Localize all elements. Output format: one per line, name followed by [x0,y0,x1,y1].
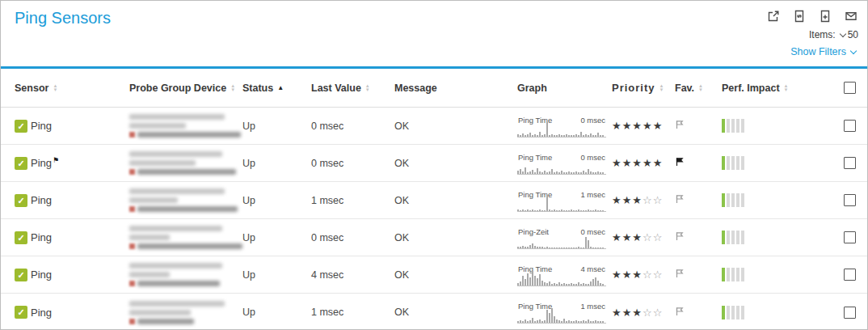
row-checkbox[interactable] [844,231,856,243]
email-icon[interactable] [844,9,858,23]
sensor-name-link[interactable]: Ping [31,120,52,132]
table-row: ✓ Ping ⚑ Up 0 msec OK Ping Time 0 msec ★… [1,108,867,145]
sensor-name-link[interactable]: Ping [31,157,52,169]
column-header-priority[interactable]: Priority▲▼ [612,82,675,94]
star-filled-icon[interactable]: ★ [632,194,643,206]
column-header-fav[interactable]: Fav.▲▼ [675,82,722,94]
favorite-flag-icon[interactable] [675,269,685,278]
star-filled-icon[interactable]: ★ [632,157,643,169]
star-filled-icon[interactable]: ★ [643,157,653,169]
status-cell[interactable]: Up [242,158,311,169]
probe-group-device-cell[interactable] [129,148,242,178]
items-per-page-control[interactable]: Items: 50 [809,29,858,40]
mini-graph[interactable]: Ping Time 4 msec [517,264,606,286]
star-filled-icon[interactable]: ★ [612,269,622,281]
star-filled-icon[interactable]: ★ [632,231,643,243]
select-all-checkbox[interactable] [844,82,856,94]
status-cell[interactable]: Up [242,195,311,206]
star-empty-icon[interactable]: ☆ [653,307,664,319]
status-cell[interactable]: Up [242,121,311,132]
column-header-sensor[interactable]: Sensor▲▼ [15,82,129,94]
priority-stars[interactable]: ★★★★★ [612,120,675,132]
star-filled-icon[interactable]: ★ [622,120,633,132]
row-checkbox[interactable] [844,157,856,169]
star-filled-icon[interactable]: ★ [643,120,653,132]
redacted-device-icon [129,319,135,324]
show-filters-link[interactable]: Show Filters [790,46,858,57]
star-empty-icon[interactable]: ☆ [643,269,653,281]
mini-graph[interactable]: Ping Time 0 msec [517,152,606,175]
row-checkbox[interactable] [844,120,856,132]
status-cell[interactable]: Up [242,307,311,318]
star-filled-icon[interactable]: ★ [622,157,633,169]
perf-impact-cell [722,268,838,281]
sensor-name-link[interactable]: Ping [31,194,52,206]
priority-stars[interactable]: ★★★☆☆ [612,194,675,206]
star-empty-icon[interactable]: ☆ [643,194,653,206]
status-cell[interactable]: Up [242,269,311,281]
column-header-device[interactable]: Probe Group Device▲▼ [129,82,242,94]
priority-stars[interactable]: ★★★☆☆ [612,269,675,281]
favorite-flag-icon[interactable] [675,157,685,167]
star-empty-icon[interactable]: ☆ [643,231,653,243]
row-checkbox[interactable] [844,269,856,281]
priority-stars[interactable]: ★★★☆☆ [612,307,675,319]
mini-graph[interactable]: Ping Time 0 msec [517,115,606,138]
star-empty-icon[interactable]: ☆ [653,194,664,206]
star-filled-icon[interactable]: ★ [612,157,622,169]
select-cell [838,307,867,319]
message-cell: OK [394,195,517,206]
mini-graph[interactable]: Ping Time 1 msec [517,301,606,324]
star-empty-icon[interactable]: ☆ [653,231,664,243]
probe-group-device-cell[interactable] [129,298,242,328]
redacted-device-name [137,243,242,249]
column-header-value[interactable]: Last Value▲▼ [311,82,394,94]
star-filled-icon[interactable]: ★ [612,120,622,132]
row-checkbox[interactable] [844,307,856,319]
star-empty-icon[interactable]: ☆ [643,307,653,319]
status-cell[interactable]: Up [242,232,311,243]
star-filled-icon[interactable]: ★ [622,269,633,281]
column-header-select[interactable] [838,82,867,94]
message-cell: OK [394,269,517,281]
star-filled-icon[interactable]: ★ [632,269,643,281]
favorite-flag-icon[interactable] [675,120,685,129]
column-header-message: Message [394,82,517,94]
star-filled-icon[interactable]: ★ [612,231,622,243]
priority-stars[interactable]: ★★★★★ [612,157,675,169]
star-filled-icon[interactable]: ★ [653,157,664,169]
perf-impact-cell [722,306,838,319]
probe-group-device-cell[interactable] [129,222,242,252]
probe-group-device-cell[interactable] [129,111,242,141]
probe-group-device-cell[interactable] [129,260,242,290]
star-filled-icon[interactable]: ★ [632,307,643,319]
column-header-perf[interactable]: Perf. Impact▲▼ [722,82,838,94]
sensor-up-icon: ✓ [15,306,27,319]
star-filled-icon[interactable]: ★ [612,307,622,319]
favorite-flag-icon[interactable] [675,231,685,241]
header-controls: Items: 50 Show Filters [766,9,858,57]
sensor-name-link[interactable]: Ping [31,307,52,319]
open-in-new-window-icon[interactable] [766,9,781,23]
sensor-name-link[interactable]: Ping [31,269,52,281]
mini-graph[interactable]: Ping-Zeit 0 msec [517,226,606,249]
probe-group-device-cell[interactable] [129,185,242,215]
star-filled-icon[interactable]: ★ [632,120,643,132]
star-empty-icon[interactable]: ☆ [653,269,664,281]
mini-graph[interactable]: Ping Time 1 msec [517,189,606,212]
row-checkbox[interactable] [844,194,856,206]
column-header-status[interactable]: Status▲ [242,82,311,94]
add-report-icon[interactable] [818,9,832,23]
star-filled-icon[interactable]: ★ [622,194,633,206]
priority-stars[interactable]: ★★★☆☆ [612,231,675,243]
page-title: Ping Sensors [1,1,867,28]
star-filled-icon[interactable]: ★ [622,231,633,243]
sensor-name-link[interactable]: Ping [31,231,52,243]
star-filled-icon[interactable]: ★ [653,120,664,132]
export-xml-icon[interactable] [792,9,807,23]
column-label: Last Value [311,82,361,94]
star-filled-icon[interactable]: ★ [612,194,622,206]
star-filled-icon[interactable]: ★ [622,307,633,319]
favorite-flag-icon[interactable] [675,307,685,316]
favorite-flag-icon[interactable] [675,194,685,204]
